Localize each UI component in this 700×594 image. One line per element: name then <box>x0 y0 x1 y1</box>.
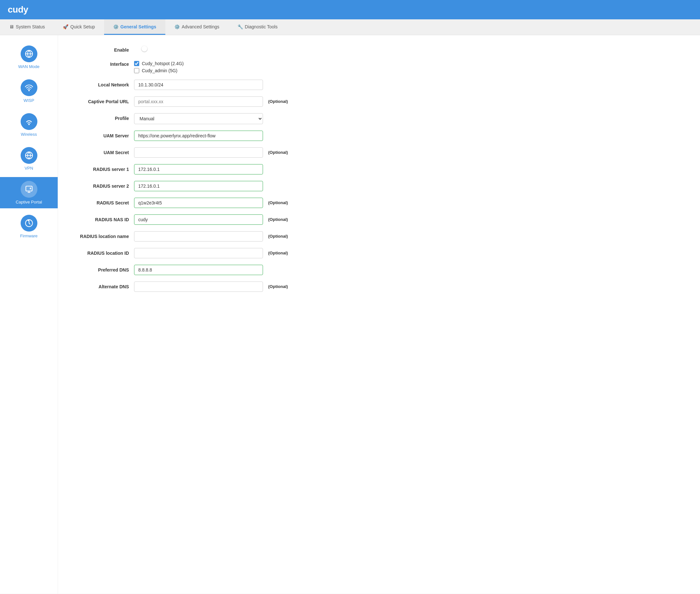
sidebar-label-wisp: WISP <box>24 98 34 103</box>
interface-option1-label[interactable]: Cudy_hotspot (2.4G) <box>134 61 263 66</box>
radius-nas-id-label: RADIUS NAS ID <box>71 214 129 222</box>
svg-rect-4 <box>26 186 32 191</box>
radius-location-id-label: RADIUS location ID <box>71 248 129 256</box>
captive-portal-url-label: Captive Portal URL <box>71 96 129 104</box>
vpn-icon <box>21 147 37 164</box>
profile-select[interactable]: Manual <box>134 113 263 124</box>
nav-label-system-status: System Status <box>16 24 45 29</box>
svg-point-1 <box>28 90 29 91</box>
uam-secret-row: UAM Secret (Optional) <box>71 147 687 158</box>
interface-option2-label[interactable]: Cudy_admin (5G) <box>134 68 263 73</box>
main-content: Enable Interface Cudy_hotspot (2.4G) <box>58 35 700 594</box>
sidebar-item-firmware[interactable]: Firmware <box>0 211 58 242</box>
alternate-dns-label: Alternate DNS <box>71 282 129 289</box>
sidebar-item-captive-portal[interactable]: Captive Portal <box>0 177 58 208</box>
nav-bar: 🖥 System Status 🚀 Quick Setup ⚙️ General… <box>0 19 700 35</box>
interface-option2-text: Cudy_admin (5G) <box>142 68 178 73</box>
radius-server1-row: RADIUS server 1 <box>71 164 687 174</box>
wisp-icon <box>21 79 37 96</box>
radius-location-name-input-container <box>134 231 263 241</box>
svg-point-2 <box>28 124 29 125</box>
settings2-icon: ⚙️ <box>174 24 180 29</box>
radius-nas-id-input-container <box>134 214 263 225</box>
radius-nas-id-optional: (Optional) <box>268 214 288 222</box>
interface-option2-checkbox[interactable] <box>134 68 139 73</box>
sidebar-label-firmware: Firmware <box>20 233 37 238</box>
radius-location-id-row: RADIUS location ID (Optional) <box>71 248 687 258</box>
radius-server1-input[interactable] <box>134 164 263 174</box>
profile-row: Profile Manual <box>71 113 687 124</box>
sidebar: WAN Mode WISP Wireless <box>0 35 58 594</box>
gear-icon: ⚙️ <box>113 24 118 29</box>
captive-portal-url-row: Captive Portal URL (Optional) <box>71 96 687 107</box>
captive-portal-url-input-container <box>134 96 263 107</box>
local-network-input-container <box>134 80 263 90</box>
profile-label: Profile <box>71 113 129 121</box>
nav-item-system-status[interactable]: 🖥 System Status <box>0 19 54 35</box>
preferred-dns-label: Preferred DNS <box>71 265 129 272</box>
radius-secret-input-container <box>134 198 263 208</box>
uam-secret-input[interactable] <box>134 147 263 158</box>
interface-option1-text: Cudy_hotspot (2.4G) <box>142 61 184 66</box>
radius-location-name-label: RADIUS location name <box>71 231 129 239</box>
radius-server2-input-container <box>134 181 263 191</box>
nav-item-diagnostic-tools[interactable]: 🔧 Diagnostic Tools <box>229 19 287 35</box>
radius-secret-row: RADIUS Secret (Optional) <box>71 198 687 208</box>
sidebar-label-wan-mode: WAN Mode <box>19 64 40 69</box>
local-network-label: Local Network <box>71 80 129 88</box>
radius-location-id-input[interactable] <box>134 248 263 258</box>
wan-mode-icon <box>21 45 37 62</box>
nav-item-quick-setup[interactable]: 🚀 Quick Setup <box>54 19 104 35</box>
captive-portal-url-input[interactable] <box>134 96 263 107</box>
uam-secret-label: UAM Secret <box>71 147 129 155</box>
sidebar-item-vpn[interactable]: VPN <box>0 143 58 174</box>
local-network-row: Local Network <box>71 80 687 90</box>
local-network-input[interactable] <box>134 80 263 90</box>
preferred-dns-input[interactable] <box>134 265 263 275</box>
sidebar-item-wireless[interactable]: Wireless <box>0 109 58 141</box>
nav-label-diagnostic-tools: Diagnostic Tools <box>245 24 278 29</box>
radius-secret-optional: (Optional) <box>268 198 288 205</box>
uam-secret-optional: (Optional) <box>268 147 288 155</box>
alternate-dns-input-container <box>134 282 263 292</box>
nav-item-general-settings[interactable]: ⚙️ General Settings <box>104 19 165 35</box>
wrench-icon: 🔧 <box>238 24 243 29</box>
rocket-icon: 🚀 <box>63 24 68 29</box>
sidebar-label-wireless: Wireless <box>21 132 37 137</box>
nav-label-advanced-settings: Advanced Settings <box>182 24 219 29</box>
interface-option1-checkbox[interactable] <box>134 61 139 66</box>
radius-location-name-optional: (Optional) <box>268 231 288 239</box>
radius-nas-id-input[interactable] <box>134 214 263 225</box>
sidebar-label-vpn: VPN <box>25 166 33 171</box>
uam-server-row: UAM Server <box>71 131 687 141</box>
logo: cudy <box>8 4 28 15</box>
svg-point-5 <box>30 188 31 189</box>
sidebar-item-wisp[interactable]: WISP <box>0 75 58 107</box>
uam-server-input-container <box>134 131 263 141</box>
preferred-dns-input-container <box>134 265 263 275</box>
uam-secret-input-container <box>134 147 263 158</box>
captive-portal-icon <box>21 181 37 198</box>
radius-server1-label: RADIUS server 1 <box>71 164 129 172</box>
nav-item-advanced-settings[interactable]: ⚙️ Advanced Settings <box>165 19 229 35</box>
interface-label: Interface <box>71 59 129 67</box>
radius-location-id-optional: (Optional) <box>268 248 288 255</box>
captive-portal-url-optional: (Optional) <box>268 96 288 104</box>
sidebar-label-captive-portal: Captive Portal <box>16 200 42 204</box>
enable-label: Enable <box>71 45 129 53</box>
nav-label-quick-setup: Quick Setup <box>70 24 95 29</box>
uam-server-label: UAM Server <box>71 131 129 138</box>
radius-secret-label: RADIUS Secret <box>71 198 129 205</box>
alternate-dns-input[interactable] <box>134 282 263 292</box>
computer-icon: 🖥 <box>9 24 14 29</box>
firmware-icon <box>21 215 37 232</box>
radius-location-name-input[interactable] <box>134 231 263 241</box>
radius-location-name-row: RADIUS location name (Optional) <box>71 231 687 241</box>
radius-secret-input[interactable] <box>134 198 263 208</box>
sidebar-item-wan-mode[interactable]: WAN Mode <box>0 42 58 73</box>
uam-server-input[interactable] <box>134 131 263 141</box>
radius-server2-row: RADIUS server 2 <box>71 181 687 191</box>
interface-options: Cudy_hotspot (2.4G) Cudy_admin (5G) <box>134 59 263 73</box>
alternate-dns-row: Alternate DNS (Optional) <box>71 282 687 292</box>
radius-server2-input[interactable] <box>134 181 263 191</box>
